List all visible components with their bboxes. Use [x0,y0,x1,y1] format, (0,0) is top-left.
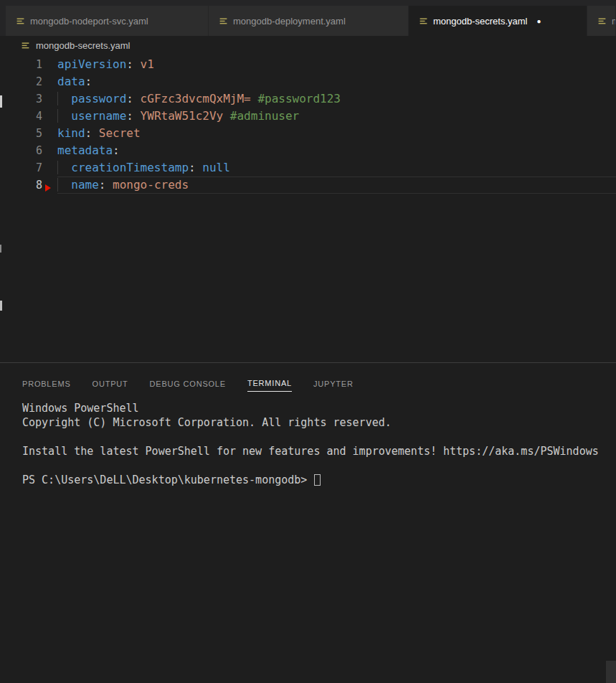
token-plain [223,109,230,123]
token-str: YWRtaW51c2Vy [141,109,224,123]
token-plain [92,126,99,140]
token-str: v1 [141,57,154,71]
code-line-text[interactable]: username: YWRtaW51c2Vy #adminuser [57,108,616,125]
token-indent [57,178,71,192]
token-plain [133,57,141,71]
tab-label: mongodb-secrets.yaml [433,16,528,27]
token-key: apiVersion [57,57,126,71]
code-line-text[interactable]: apiVersion: v1 [57,56,616,73]
code-line[interactable]: 4 username: YWRtaW51c2Vy #adminuser [0,108,616,125]
code-editor[interactable]: 1apiVersion: v12data:3 password: cGFzc3d… [0,55,616,362]
editor-tab-m[interactable]: m [587,6,616,36]
panel-tab-problems[interactable]: PROBLEMS [22,380,71,392]
yaml-file-icon [21,41,30,50]
line-number[interactable]: 3 [0,90,57,108]
panel-tab-jupyter[interactable]: JUPYTER [313,380,354,392]
tab-label: mongodb-deployment.yaml [233,16,346,27]
bottom-panel: PROBLEMSOUTPUTDEBUG CONSOLETERMINALJUPYT… [0,362,616,683]
panel-tab-terminal[interactable]: TERMINAL [247,379,292,392]
breadcrumb[interactable]: mongodb-secrets.yaml [0,36,616,55]
token-punct: : [126,92,133,105]
line-number[interactable]: 1 [0,56,57,73]
terminal-line: Windows PowerShell [22,401,616,415]
line-number[interactable]: 2 [0,73,57,90]
token-punct: : [126,57,133,71]
token-indent [57,109,71,123]
tab-bar: mongodb-nodeport-svc.yamlmongodb-deploym… [0,0,616,36]
token-key: name [71,178,99,192]
tab-label: mongodb-nodeport-svc.yaml [30,16,148,27]
token-comment: #password123 [257,92,341,105]
line-number[interactable]: 5 [0,125,57,142]
yaml-file-icon [597,17,607,26]
yaml-file-icon [219,17,228,26]
left-edge-artifact [0,301,2,311]
token-kw: null [202,161,230,174]
token-indent [57,92,71,105]
terminal-prompt[interactable]: PS C:\Users\DeLL\Desktop\kubernetes-mong… [22,473,616,487]
token-punct: : [99,178,106,192]
token-punct: : [85,126,93,140]
modified-indicator-dot[interactable]: ● [537,17,541,25]
code-line[interactable]: 7 creationTimestamp: null [0,159,616,176]
code-line-text[interactable]: password: cGFzc3dvcmQxMjM= #password123 [57,90,616,108]
token-key: data [57,75,85,88]
code-line[interactable]: 3 password: cGFzc3dvcmQxMjM= #password12… [0,90,616,108]
token-key: metadata [57,143,113,157]
token-plain [133,109,141,123]
terminal-output[interactable]: Windows PowerShellCopyright (C) Microsof… [0,396,616,487]
token-str: cGFzc3dvcmQxMjM= [141,92,251,105]
terminal-prompt-text: PS C:\Users\DeLL\Desktop\kubernetes-mong… [22,474,313,486]
code-line[interactable]: 6metadata: [0,142,616,159]
code-line-text[interactable]: kind: Secret [57,125,616,142]
code-line-text[interactable]: metadata: [57,142,616,159]
code-line[interactable]: 8 name: mongo-creds [0,176,616,194]
editor-tab-mongodb-deployment-yaml[interactable]: mongodb-deployment.yaml [209,6,409,36]
yaml-file-icon [419,17,428,26]
code-line[interactable]: 1apiVersion: v1 [0,56,616,73]
token-punct: : [85,75,93,88]
token-plain [196,161,203,174]
terminal-line [22,430,616,444]
terminal-line: Copyright (C) Microsoft Corporation. All… [22,415,616,430]
code-line-text[interactable]: creationTimestamp: null [57,159,616,176]
token-punct: : [126,109,133,123]
panel-tab-debug-console[interactable]: DEBUG CONSOLE [150,380,226,392]
token-key: username [71,109,126,123]
terminal-line: Install the latest PowerShell for new fe… [22,444,616,458]
token-plain [133,92,141,105]
token-plain [251,92,258,105]
current-line-marker-icon [45,184,51,192]
editor-tab-mongodb-nodeport-svc-yaml[interactable]: mongodb-nodeport-svc.yaml [6,6,209,36]
code-line-text[interactable]: name: mongo-creds [57,176,616,194]
left-edge-artifact [0,245,1,253]
line-number[interactable]: 4 [0,108,57,125]
vscode-window: mongodb-nodeport-svc.yamlmongodb-deploym… [0,0,616,683]
line-number[interactable]: 7 [0,159,57,176]
token-key: password [71,92,126,105]
panel-tab-bar: PROBLEMSOUTPUTDEBUG CONSOLETERMINALJUPYT… [0,363,616,396]
token-plain [105,178,113,192]
code-line[interactable]: 5kind: Secret [0,125,616,142]
token-str: mongo-creds [113,178,189,192]
left-edge-artifact [0,95,2,108]
line-number[interactable]: 6 [0,142,57,159]
token-comment: #adminuser [230,109,299,123]
panel-tab-output[interactable]: OUTPUT [93,380,128,392]
yaml-file-icon [16,17,25,26]
terminal-cursor[interactable] [314,474,321,486]
terminal-scrollbar-thumb[interactable] [606,661,616,683]
tab-label: m [612,16,616,27]
code-line-text[interactable]: data: [57,73,616,90]
token-key: creationTimestamp [71,161,189,174]
token-key: kind [57,126,85,140]
editor-tab-mongodb-secrets-yaml[interactable]: mongodb-secrets.yaml● [409,6,587,36]
token-punct: : [189,161,196,174]
terminal-line [22,458,616,473]
breadcrumb-file[interactable]: mongodb-secrets.yaml [36,40,131,51]
token-str: Secret [99,126,141,140]
token-indent [57,161,71,174]
code-line[interactable]: 2data: [0,73,616,90]
token-punct: : [113,143,120,157]
